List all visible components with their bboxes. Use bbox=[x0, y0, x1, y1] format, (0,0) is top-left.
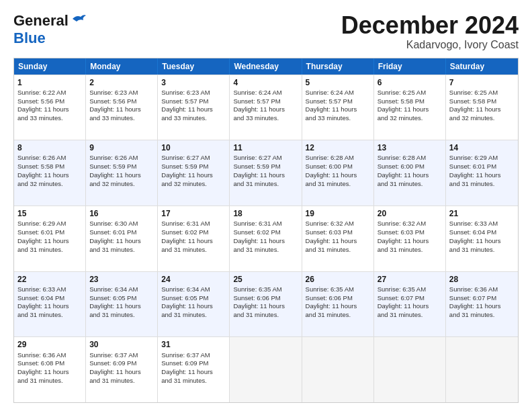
day-info-line: Sunset: 6:00 PM bbox=[378, 163, 442, 171]
day-number: 20 bbox=[378, 208, 442, 219]
day-info-line: Sunrise: 6:35 AM bbox=[306, 285, 370, 294]
day-info-line: Sunset: 6:08 PM bbox=[17, 359, 82, 368]
day-number: 12 bbox=[306, 142, 370, 153]
calendar-title: December 2024 bbox=[341, 12, 519, 39]
day-info-line: and 32 minutes. bbox=[17, 180, 82, 189]
day-info-line: and 32 minutes. bbox=[449, 114, 515, 123]
day-info-line: Sunset: 5:56 PM bbox=[17, 97, 82, 106]
day-info-line: Sunrise: 6:34 AM bbox=[161, 285, 226, 294]
day-info-line: Sunset: 6:09 PM bbox=[89, 359, 154, 368]
day-info-line: Sunrise: 6:32 AM bbox=[378, 220, 442, 228]
day-info-line: Sunrise: 6:25 AM bbox=[449, 89, 515, 97]
day-info-line: and 31 minutes. bbox=[17, 246, 82, 255]
day-info-line: Sunrise: 6:23 AM bbox=[89, 89, 154, 97]
day-info-line: Sunrise: 6:33 AM bbox=[449, 220, 515, 228]
day-number: 11 bbox=[233, 142, 298, 153]
day-header-wednesday: Wednesday bbox=[230, 58, 302, 75]
day-info-line: and 31 minutes. bbox=[89, 311, 154, 320]
day-number: 6 bbox=[378, 77, 442, 88]
day-info-line: Sunrise: 6:26 AM bbox=[89, 154, 154, 163]
day-info-line: and 33 minutes. bbox=[306, 114, 370, 123]
day-info-line: Sunset: 6:05 PM bbox=[89, 294, 154, 303]
day-info-line: Daylight: 11 hours bbox=[17, 105, 82, 114]
day-number: 16 bbox=[89, 208, 154, 219]
calendar-row-1: 1Sunrise: 6:22 AMSunset: 5:56 PMDaylight… bbox=[14, 75, 518, 140]
day-number: 13 bbox=[378, 142, 442, 153]
day-number: 1 bbox=[17, 77, 82, 88]
day-cell-9: 9Sunrise: 6:26 AMSunset: 5:59 PMDaylight… bbox=[86, 140, 158, 205]
day-info-line: Sunrise: 6:34 AM bbox=[89, 285, 154, 294]
day-info-line: and 31 minutes. bbox=[17, 311, 82, 320]
day-header-monday: Monday bbox=[86, 58, 158, 75]
day-info-line: Sunset: 5:59 PM bbox=[89, 163, 154, 171]
day-cell-26: 26Sunrise: 6:35 AMSunset: 6:06 PMDayligh… bbox=[302, 272, 374, 337]
day-number: 4 bbox=[233, 77, 298, 88]
day-cell-3: 3Sunrise: 6:23 AMSunset: 5:57 PMDaylight… bbox=[158, 75, 230, 140]
day-cell-16: 16Sunrise: 6:30 AMSunset: 6:01 PMDayligh… bbox=[86, 206, 158, 271]
day-info-line: Daylight: 11 hours bbox=[89, 171, 154, 180]
day-info-line: and 31 minutes. bbox=[378, 246, 442, 255]
day-cell-7: 7Sunrise: 6:25 AMSunset: 5:58 PMDaylight… bbox=[446, 75, 518, 140]
day-header-sunday: Sunday bbox=[14, 58, 86, 75]
day-cell-24: 24Sunrise: 6:34 AMSunset: 6:05 PMDayligh… bbox=[158, 272, 230, 337]
day-cell-21: 21Sunrise: 6:33 AMSunset: 6:04 PMDayligh… bbox=[446, 206, 518, 271]
day-info-line: Sunset: 5:58 PM bbox=[449, 97, 515, 106]
day-cell-8: 8Sunrise: 6:26 AMSunset: 5:58 PMDaylight… bbox=[14, 140, 86, 205]
day-number: 31 bbox=[161, 339, 226, 350]
day-number: 2 bbox=[89, 77, 154, 88]
logo-general: General bbox=[13, 12, 69, 30]
day-number: 27 bbox=[378, 274, 442, 285]
day-info-line: Daylight: 11 hours bbox=[233, 237, 298, 246]
day-info-line: Daylight: 11 hours bbox=[449, 171, 515, 180]
day-info-line: Sunrise: 6:25 AM bbox=[378, 89, 442, 97]
day-info-line: Sunrise: 6:31 AM bbox=[233, 220, 298, 228]
day-info-line: and 31 minutes. bbox=[378, 311, 442, 320]
day-number: 26 bbox=[306, 274, 370, 285]
day-info-line: Sunset: 5:57 PM bbox=[306, 97, 370, 106]
day-info-line: and 31 minutes. bbox=[161, 311, 226, 320]
day-info-line: and 31 minutes. bbox=[306, 311, 370, 320]
day-info-line: Sunrise: 6:37 AM bbox=[89, 351, 154, 360]
day-header-thursday: Thursday bbox=[302, 58, 374, 75]
day-info-line: and 31 minutes. bbox=[161, 377, 226, 385]
day-info-line: Daylight: 11 hours bbox=[161, 171, 226, 180]
day-cell-12: 12Sunrise: 6:28 AMSunset: 6:00 PMDayligh… bbox=[302, 140, 374, 205]
day-cell-28: 28Sunrise: 6:36 AMSunset: 6:07 PMDayligh… bbox=[446, 272, 518, 337]
day-info-line: Sunrise: 6:28 AM bbox=[306, 154, 370, 163]
day-number: 3 bbox=[161, 77, 226, 88]
day-cell-19: 19Sunrise: 6:32 AMSunset: 6:03 PMDayligh… bbox=[302, 206, 374, 271]
day-info-line: Sunset: 6:04 PM bbox=[17, 294, 82, 303]
day-cell-20: 20Sunrise: 6:32 AMSunset: 6:03 PMDayligh… bbox=[374, 206, 446, 271]
day-info-line: and 32 minutes. bbox=[161, 180, 226, 189]
day-info-line: Sunset: 6:04 PM bbox=[449, 228, 515, 237]
day-info-line: and 31 minutes. bbox=[449, 311, 515, 320]
day-info-line: Daylight: 11 hours bbox=[306, 105, 370, 114]
day-info-line: Daylight: 11 hours bbox=[161, 302, 226, 311]
calendar-header: SundayMondayTuesdayWednesdayThursdayFrid… bbox=[14, 58, 518, 75]
day-number: 7 bbox=[449, 77, 515, 88]
day-cell-31: 31Sunrise: 6:37 AMSunset: 6:09 PMDayligh… bbox=[158, 337, 230, 402]
day-cell-11: 11Sunrise: 6:27 AMSunset: 5:59 PMDayligh… bbox=[230, 140, 302, 205]
day-cell-29: 29Sunrise: 6:36 AMSunset: 6:08 PMDayligh… bbox=[14, 337, 86, 402]
day-cell-25: 25Sunrise: 6:35 AMSunset: 6:06 PMDayligh… bbox=[230, 272, 302, 337]
day-info-line: Daylight: 11 hours bbox=[378, 302, 442, 311]
day-info-line: Sunset: 5:58 PM bbox=[17, 163, 82, 171]
day-cell-27: 27Sunrise: 6:35 AMSunset: 6:07 PMDayligh… bbox=[374, 272, 446, 337]
day-info-line: Sunrise: 6:29 AM bbox=[449, 154, 515, 163]
day-info-line: Daylight: 11 hours bbox=[233, 105, 298, 114]
day-info-line: Sunrise: 6:27 AM bbox=[161, 154, 226, 163]
day-cell-4: 4Sunrise: 6:24 AMSunset: 5:57 PMDaylight… bbox=[230, 75, 302, 140]
day-info-line: Sunrise: 6:35 AM bbox=[233, 285, 298, 294]
day-number: 9 bbox=[89, 142, 154, 153]
day-info-line: Sunset: 6:05 PM bbox=[161, 294, 226, 303]
calendar: SundayMondayTuesdayWednesdayThursdayFrid… bbox=[13, 58, 519, 403]
day-info-line: Daylight: 11 hours bbox=[306, 171, 370, 180]
day-info-line: Sunrise: 6:36 AM bbox=[17, 351, 82, 360]
day-cell-14: 14Sunrise: 6:29 AMSunset: 6:01 PMDayligh… bbox=[446, 140, 518, 205]
day-info-line: Sunrise: 6:36 AM bbox=[449, 285, 515, 294]
day-number: 30 bbox=[89, 339, 154, 350]
empty-cell bbox=[446, 337, 518, 402]
day-cell-18: 18Sunrise: 6:31 AMSunset: 6:02 PMDayligh… bbox=[230, 206, 302, 271]
day-info-line: Daylight: 11 hours bbox=[17, 237, 82, 246]
day-number: 29 bbox=[17, 339, 82, 350]
